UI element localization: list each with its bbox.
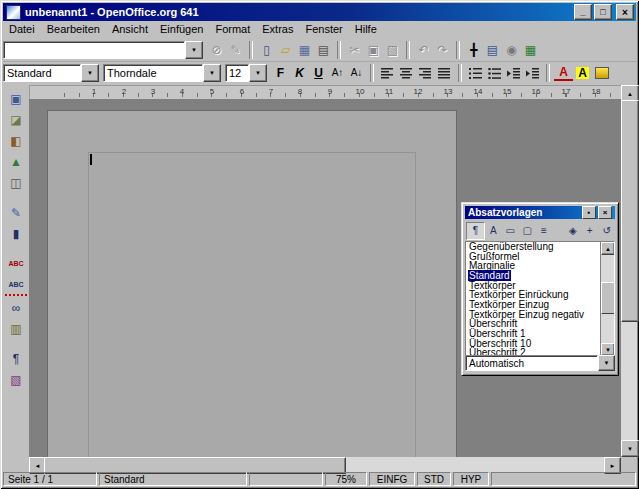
bold-button[interactable]: F bbox=[271, 64, 290, 82]
toolbar-separator bbox=[249, 41, 253, 59]
find-replace-icon[interactable]: ∞ bbox=[5, 298, 27, 317]
status-insert-mode[interactable]: EINFG bbox=[369, 472, 415, 486]
style-list-scroll-thumb[interactable] bbox=[601, 282, 615, 314]
menu-einfuegen[interactable]: Einfügen bbox=[154, 22, 209, 36]
ruler-number: 12 bbox=[412, 87, 424, 96]
hyperlink-dialog-icon[interactable]: ◉ bbox=[502, 41, 521, 59]
spellcheck-icon[interactable]: ABC bbox=[5, 254, 27, 273]
edit-file-icon[interactable]: ✎ bbox=[226, 41, 245, 59]
font-name-value[interactable]: Thorndale bbox=[103, 64, 203, 82]
url-input[interactable] bbox=[3, 41, 185, 59]
data-sources-icon[interactable]: ▥ bbox=[5, 319, 27, 338]
save-document-icon[interactable]: ▦ bbox=[295, 41, 314, 59]
font-color-button[interactable]: A bbox=[554, 65, 573, 81]
character-styles-button[interactable]: A bbox=[485, 223, 502, 239]
ruler-number: 17 bbox=[560, 87, 572, 96]
menu-fenster[interactable]: Fenster bbox=[299, 22, 348, 36]
align-center-button[interactable] bbox=[397, 64, 416, 82]
paragraph-styles-button[interactable]: ¶ bbox=[466, 222, 485, 240]
status-selection-mode[interactable]: STD bbox=[417, 472, 451, 486]
menu-extras[interactable]: Extras bbox=[256, 22, 299, 36]
menu-hilfe[interactable]: Hilfe bbox=[349, 22, 383, 36]
ruler-number: 18 bbox=[590, 87, 602, 96]
stylist-icon[interactable]: ▤ bbox=[483, 41, 502, 59]
highlighting-button[interactable]: A bbox=[573, 64, 592, 82]
cut-icon[interactable]: ✂ bbox=[345, 41, 364, 59]
fill-format-mode-button[interactable]: ◈ bbox=[564, 223, 581, 239]
paste-icon[interactable]: ▧ bbox=[383, 41, 402, 59]
open-document-icon[interactable]: ▱ bbox=[276, 41, 295, 59]
graphics-onoff-icon[interactable]: ▧ bbox=[5, 370, 27, 389]
auto-spellcheck-icon[interactable]: ABC bbox=[5, 275, 27, 296]
increase-indent-button[interactable] bbox=[523, 64, 542, 82]
size-dropdown-arrow-icon[interactable]: ▼ bbox=[249, 64, 267, 82]
undo-icon[interactable]: ↶ bbox=[414, 41, 433, 59]
align-left-button[interactable] bbox=[378, 64, 397, 82]
frame-styles-button[interactable]: ▭ bbox=[502, 223, 519, 239]
stylist-pin-button[interactable]: ▪ bbox=[582, 206, 596, 219]
document-page[interactable] bbox=[47, 110, 457, 457]
close-button[interactable]: × bbox=[616, 4, 634, 20]
status-page-style[interactable]: Standard bbox=[99, 472, 247, 486]
vertical-scroll-thumb[interactable] bbox=[621, 100, 639, 322]
menu-format[interactable]: Format bbox=[209, 22, 256, 36]
draw-functions-icon[interactable]: ▲ bbox=[5, 152, 27, 171]
align-right-button[interactable] bbox=[416, 64, 435, 82]
status-hyperlink-mode[interactable]: HYP bbox=[453, 472, 489, 486]
ruler-number: 7 bbox=[265, 87, 277, 96]
direct-cursor-icon[interactable]: ▮ bbox=[5, 224, 27, 243]
update-style-button[interactable]: ↺ bbox=[598, 223, 615, 239]
ruler-number: 6 bbox=[236, 87, 248, 96]
stop-loading-icon[interactable]: ⊘ bbox=[207, 41, 226, 59]
font-dropdown-arrow-icon[interactable]: ▼ bbox=[203, 64, 221, 82]
status-page[interactable]: Seite 1 / 1 bbox=[3, 472, 97, 486]
toolbar-separator bbox=[456, 41, 460, 59]
scroll-down-icon[interactable]: ▼ bbox=[621, 440, 639, 457]
minimize-button[interactable]: _ bbox=[574, 4, 592, 20]
insert-fields-icon[interactable]: ◪ bbox=[5, 110, 27, 129]
redo-icon[interactable]: ↷ bbox=[433, 41, 452, 59]
main-toolbar: ▣ ◪ ◧ ▲ ◫ ✎ ▮ ABC ABC ∞ ▥ ¶ ▧ bbox=[3, 85, 29, 460]
paint-bucket-icon bbox=[595, 67, 609, 79]
form-functions-icon[interactable]: ◫ bbox=[5, 173, 27, 192]
copy-icon[interactable]: ▣ bbox=[364, 41, 383, 59]
horizontal-scrollbar[interactable]: ◄ ► bbox=[29, 457, 621, 472]
style-list-scrollbar[interactable]: ▲ ▼ bbox=[600, 242, 614, 356]
insert-icon[interactable]: ▣ bbox=[5, 89, 27, 108]
vertical-scrollbar[interactable]: ▲ ▼ bbox=[621, 85, 637, 457]
autotext-icon[interactable]: ✎ bbox=[5, 203, 27, 222]
filter-dropdown-arrow-icon[interactable]: ▼ bbox=[598, 355, 615, 371]
maximize-button[interactable]: □ bbox=[594, 4, 612, 20]
scroll-up-icon[interactable]: ▲ bbox=[601, 242, 615, 255]
menu-bearbeiten[interactable]: Bearbeiten bbox=[41, 22, 106, 36]
status-zoom[interactable]: 75% bbox=[325, 472, 367, 486]
new-document-icon[interactable]: ▯ bbox=[257, 41, 276, 59]
paragraph-background-button[interactable] bbox=[592, 64, 611, 82]
style-filter-value[interactable]: Automatisch bbox=[465, 355, 598, 371]
stylist-close-button[interactable]: × bbox=[598, 206, 612, 219]
italic-button[interactable]: K bbox=[290, 64, 309, 82]
nonprinting-characters-icon[interactable]: ¶ bbox=[5, 349, 27, 368]
menu-ansicht[interactable]: Ansicht bbox=[106, 22, 154, 36]
justify-button[interactable] bbox=[435, 64, 454, 82]
superscript-button[interactable]: A↑ bbox=[328, 64, 347, 82]
numbering-on-off-button[interactable] bbox=[466, 64, 485, 82]
subscript-button[interactable]: A↓ bbox=[347, 64, 366, 82]
navigator-icon[interactable]: ╋ bbox=[464, 41, 483, 59]
text-boundary bbox=[88, 152, 416, 457]
url-dropdown-arrow-icon[interactable]: ▼ bbox=[185, 41, 203, 59]
menu-datei[interactable]: Datei bbox=[3, 22, 41, 36]
insert-object-icon[interactable]: ◧ bbox=[5, 131, 27, 150]
style-dropdown-arrow-icon[interactable]: ▼ bbox=[81, 64, 99, 82]
paragraph-style-value[interactable]: Standard bbox=[3, 64, 81, 82]
bullets-on-off-button[interactable] bbox=[485, 64, 504, 82]
numbering-styles-button[interactable]: ≡ bbox=[536, 223, 553, 239]
font-size-value[interactable]: 12 bbox=[225, 64, 249, 82]
print-icon[interactable]: ▤ bbox=[314, 41, 333, 59]
new-style-from-selection-button[interactable]: + bbox=[581, 223, 598, 239]
page-styles-button[interactable]: ▢ bbox=[519, 223, 536, 239]
ruler-number: 9 bbox=[324, 87, 336, 96]
gallery-icon[interactable]: ▦ bbox=[521, 41, 540, 59]
underline-button[interactable]: U bbox=[309, 64, 328, 82]
decrease-indent-button[interactable] bbox=[504, 64, 523, 82]
